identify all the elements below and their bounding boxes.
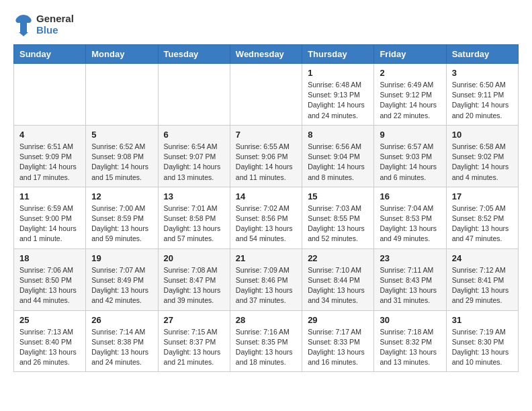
day-number: 15 — [308, 191, 368, 201]
day-info: Sunrise: 6:54 AM Sunset: 9:07 PM Dayligh… — [164, 142, 224, 183]
day-number: 10 — [452, 130, 513, 140]
day-info: Sunrise: 7:16 AM Sunset: 8:35 PM Dayligh… — [236, 327, 296, 368]
day-number: 24 — [452, 253, 513, 263]
day-info: Sunrise: 6:48 AM Sunset: 9:13 PM Dayligh… — [308, 80, 368, 121]
day-number: 31 — [452, 315, 513, 325]
calendar-cell: 5Sunrise: 6:52 AM Sunset: 9:08 PM Daylig… — [86, 125, 158, 187]
calendar-cell — [230, 64, 302, 126]
day-info: Sunrise: 6:56 AM Sunset: 9:04 PM Dayligh… — [308, 142, 368, 183]
calendar-cell: 10Sunrise: 6:58 AM Sunset: 9:02 PM Dayli… — [446, 125, 518, 187]
day-number: 19 — [91, 253, 152, 263]
day-number: 21 — [236, 253, 296, 263]
calendar-cell: 26Sunrise: 7:14 AM Sunset: 8:38 PM Dayli… — [86, 310, 158, 372]
day-info: Sunrise: 7:11 AM Sunset: 8:43 PM Dayligh… — [380, 265, 440, 306]
day-number: 20 — [164, 253, 224, 263]
calendar-cell: 30Sunrise: 7:18 AM Sunset: 8:32 PM Dayli… — [374, 310, 446, 372]
weekday-header-row: SundayMondayTuesdayWednesdayThursdayFrid… — [14, 45, 519, 64]
day-number: 27 — [164, 315, 224, 325]
calendar-cell: 21Sunrise: 7:09 AM Sunset: 8:46 PM Dayli… — [230, 248, 302, 310]
logo-blue-label: Blue — [36, 25, 74, 36]
weekday-header-thursday: Thursday — [302, 45, 374, 64]
day-info: Sunrise: 7:10 AM Sunset: 8:44 PM Dayligh… — [308, 265, 368, 306]
day-info: Sunrise: 6:52 AM Sunset: 9:08 PM Dayligh… — [91, 142, 152, 183]
calendar-cell: 25Sunrise: 7:13 AM Sunset: 8:40 PM Dayli… — [14, 310, 86, 372]
day-number: 14 — [236, 191, 296, 201]
calendar-table: SundayMondayTuesdayWednesdayThursdayFrid… — [13, 44, 519, 372]
calendar-cell: 9Sunrise: 6:57 AM Sunset: 9:03 PM Daylig… — [374, 125, 446, 187]
day-number: 23 — [380, 253, 440, 263]
day-info: Sunrise: 7:17 AM Sunset: 8:33 PM Dayligh… — [308, 327, 368, 368]
day-info: Sunrise: 7:01 AM Sunset: 8:58 PM Dayligh… — [164, 203, 224, 244]
day-info: Sunrise: 6:58 AM Sunset: 9:02 PM Dayligh… — [452, 142, 513, 183]
day-info: Sunrise: 7:07 AM Sunset: 8:49 PM Dayligh… — [91, 265, 152, 306]
calendar-cell: 23Sunrise: 7:11 AM Sunset: 8:43 PM Dayli… — [374, 248, 446, 310]
calendar-cell: 19Sunrise: 7:07 AM Sunset: 8:49 PM Dayli… — [86, 248, 158, 310]
calendar-cell: 11Sunrise: 6:59 AM Sunset: 9:00 PM Dayli… — [14, 187, 86, 248]
calendar-cell: 7Sunrise: 6:55 AM Sunset: 9:06 PM Daylig… — [230, 125, 302, 187]
day-number: 7 — [236, 130, 296, 140]
weekday-header-tuesday: Tuesday — [158, 45, 230, 64]
calendar-cell: 22Sunrise: 7:10 AM Sunset: 8:44 PM Dayli… — [302, 248, 374, 310]
day-number: 22 — [308, 253, 368, 263]
day-number: 3 — [452, 68, 513, 78]
week-row-2: 4Sunrise: 6:51 AM Sunset: 9:09 PM Daylig… — [14, 125, 519, 187]
day-info: Sunrise: 6:51 AM Sunset: 9:09 PM Dayligh… — [19, 142, 80, 183]
day-info: Sunrise: 7:06 AM Sunset: 8:50 PM Dayligh… — [19, 265, 80, 306]
calendar-cell: 18Sunrise: 7:06 AM Sunset: 8:50 PM Dayli… — [14, 248, 86, 310]
calendar-cell: 17Sunrise: 7:05 AM Sunset: 8:52 PM Dayli… — [446, 187, 518, 248]
day-info: Sunrise: 7:12 AM Sunset: 8:41 PM Dayligh… — [452, 265, 513, 306]
calendar-cell: 27Sunrise: 7:15 AM Sunset: 8:37 PM Dayli… — [158, 310, 230, 372]
calendar-cell: 13Sunrise: 7:01 AM Sunset: 8:58 PM Dayli… — [158, 187, 230, 248]
day-number: 5 — [91, 130, 152, 140]
day-info: Sunrise: 7:09 AM Sunset: 8:46 PM Dayligh… — [236, 265, 296, 306]
day-number: 16 — [380, 191, 440, 201]
calendar-cell: 16Sunrise: 7:04 AM Sunset: 8:53 PM Dayli… — [374, 187, 446, 248]
weekday-header-sunday: Sunday — [14, 45, 86, 64]
calendar-cell — [86, 64, 158, 126]
weekday-header-friday: Friday — [374, 45, 446, 64]
calendar-cell: 28Sunrise: 7:16 AM Sunset: 8:35 PM Dayli… — [230, 310, 302, 372]
day-info: Sunrise: 6:55 AM Sunset: 9:06 PM Dayligh… — [236, 142, 296, 183]
day-number: 1 — [308, 68, 368, 78]
day-info: Sunrise: 7:15 AM Sunset: 8:37 PM Dayligh… — [164, 327, 224, 368]
day-number: 9 — [380, 130, 440, 140]
day-number: 29 — [308, 315, 368, 325]
week-row-5: 25Sunrise: 7:13 AM Sunset: 8:40 PM Dayli… — [14, 310, 519, 372]
day-info: Sunrise: 7:14 AM Sunset: 8:38 PM Dayligh… — [91, 327, 152, 368]
day-number: 18 — [19, 253, 80, 263]
logo-bird-icon — [13, 13, 34, 38]
weekday-header-wednesday: Wednesday — [230, 45, 302, 64]
calendar-cell: 6Sunrise: 6:54 AM Sunset: 9:07 PM Daylig… — [158, 125, 230, 187]
day-info: Sunrise: 7:02 AM Sunset: 8:56 PM Dayligh… — [236, 203, 296, 244]
day-number: 17 — [452, 191, 513, 201]
day-number: 26 — [91, 315, 152, 325]
day-number: 12 — [91, 191, 152, 201]
calendar-cell: 15Sunrise: 7:03 AM Sunset: 8:55 PM Dayli… — [302, 187, 374, 248]
day-number: 8 — [308, 130, 368, 140]
calendar-cell: 24Sunrise: 7:12 AM Sunset: 8:41 PM Dayli… — [446, 248, 518, 310]
calendar-cell: 12Sunrise: 7:00 AM Sunset: 8:59 PM Dayli… — [86, 187, 158, 248]
day-info: Sunrise: 7:19 AM Sunset: 8:30 PM Dayligh… — [452, 327, 513, 368]
calendar-cell: 20Sunrise: 7:08 AM Sunset: 8:47 PM Dayli… — [158, 248, 230, 310]
day-number: 28 — [236, 315, 296, 325]
logo-general-label: General — [36, 13, 74, 25]
day-info: Sunrise: 7:13 AM Sunset: 8:40 PM Dayligh… — [19, 327, 80, 368]
calendar-cell: 3Sunrise: 6:50 AM Sunset: 9:11 PM Daylig… — [446, 64, 518, 126]
day-number: 4 — [19, 130, 80, 140]
day-info: Sunrise: 7:18 AM Sunset: 8:32 PM Dayligh… — [380, 327, 440, 368]
calendar-cell — [14, 64, 86, 126]
calendar-cell: 8Sunrise: 6:56 AM Sunset: 9:04 PM Daylig… — [302, 125, 374, 187]
day-number: 30 — [380, 315, 440, 325]
day-number: 13 — [164, 191, 224, 201]
calendar-cell: 4Sunrise: 6:51 AM Sunset: 9:09 PM Daylig… — [14, 125, 86, 187]
logo: General Blue — [13, 13, 74, 38]
day-info: Sunrise: 7:05 AM Sunset: 8:52 PM Dayligh… — [452, 203, 513, 244]
calendar-cell: 2Sunrise: 6:49 AM Sunset: 9:12 PM Daylig… — [374, 64, 446, 126]
day-info: Sunrise: 6:57 AM Sunset: 9:03 PM Dayligh… — [380, 142, 440, 183]
weekday-header-monday: Monday — [86, 45, 158, 64]
calendar-cell: 31Sunrise: 7:19 AM Sunset: 8:30 PM Dayli… — [446, 310, 518, 372]
day-number: 6 — [164, 130, 224, 140]
page-header: General Blue — [13, 13, 519, 38]
day-info: Sunrise: 7:03 AM Sunset: 8:55 PM Dayligh… — [308, 203, 368, 244]
calendar-cell — [158, 64, 230, 126]
